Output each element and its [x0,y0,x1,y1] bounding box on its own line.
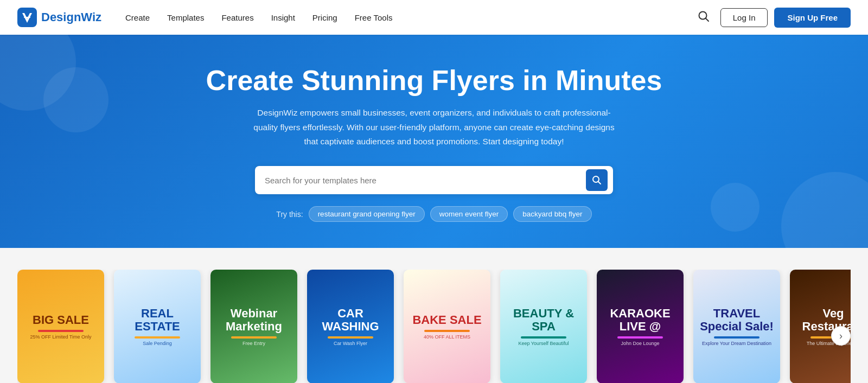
search-submit-icon [592,175,602,185]
flyer-title-marketing: Webinar Marketing [216,307,292,333]
flyer-subtitle-travel: Explore Your Dream Destination [702,341,771,346]
flyer-inner-realestate: REAL ESTATESale Pending [114,270,201,383]
hero-deco-3 [781,172,868,248]
templates-scroll: BIG SALE25% OFF Limited Time OnlySales F… [17,270,851,383]
flyer-accent-travel [714,336,760,339]
hero-deco-2 [43,67,108,132]
flyer-accent-bake [424,330,470,332]
flyer-inner-carwash: CAR WASHINGCar Wash Flyer [307,270,394,383]
try-chip-1[interactable]: restaurant grand opening flyer [309,206,425,222]
flyer-accent-realestate [135,336,180,339]
flyer-subtitle-bake: 40% OFF ALL ITEMS [424,334,470,340]
flyer-inner-marketing: Webinar MarketingFree Entry [210,270,297,383]
navbar-left: DesignWiz Create Templates Features Insi… [17,8,399,27]
nav-templates[interactable]: Templates [161,9,210,27]
svg-line-2 [705,18,709,21]
flyer-inner-spa: BEAUTY & SPAKeep Yourself Beautiful [500,270,587,383]
flyer-inner-travel: TRAVEL Special Sale!Explore Your Dream D… [693,270,780,383]
try-chip-2[interactable]: women event flyer [430,206,508,222]
search-bar [255,166,613,194]
signup-button[interactable]: Sign Up Free [774,8,851,28]
flyer-subtitle-spa: Keep Yourself Beautiful [518,341,569,346]
template-thumb-sales: BIG SALE25% OFF Limited Time Only [17,270,104,383]
nav-pricing[interactable]: Pricing [306,9,344,27]
try-this-label: Try this: [276,210,303,219]
search-submit-button[interactable] [586,169,608,191]
template-thumb-bake: BAKE SALE40% OFF ALL ITEMS [404,270,490,383]
flyer-accent-concert [617,336,663,339]
flyer-title-realestate: REAL ESTATE [119,307,195,333]
template-thumb-realestate: REAL ESTATESale Pending [114,270,201,383]
flyer-inner-bake: BAKE SALE40% OFF ALL ITEMS [404,270,490,383]
flyer-title-sales: BIG SALE [33,314,89,327]
brand-name: DesignWiz [41,10,101,24]
flyer-subtitle-realestate: Sale Pending [143,341,172,346]
flyer-subtitle-carwash: Car Wash Flyer [334,341,367,346]
template-card-sales[interactable]: BIG SALE25% OFF Limited Time OnlySales F… [17,270,104,383]
flyer-accent-marketing [231,336,277,339]
flyer-inner-concert: KARAOKE LIVE @John Doe Lounge [597,270,684,383]
template-thumb-spa: BEAUTY & SPAKeep Yourself Beautiful [500,270,587,383]
template-thumb-carwash: CAR WASHINGCar Wash Flyer [307,270,394,383]
template-thumb-concert: KARAOKE LIVE @John Doe Lounge [597,270,684,383]
template-card-realestate[interactable]: REAL ESTATESale PendingReal Estate Flyer [114,270,201,383]
search-input[interactable] [265,176,586,185]
flyer-subtitle-marketing: Free Entry [242,341,265,346]
scroll-right-arrow[interactable]: › [831,326,851,346]
svg-line-4 [598,182,601,184]
nav-free-tools[interactable]: Free Tools [348,9,399,27]
hero-subtitle: DesignWiz empowers small businesses, eve… [250,106,618,149]
flyer-subtitle-sales: 25% OFF Limited Time Only [30,334,91,340]
flyer-title-travel: TRAVEL Special Sale! [699,307,775,333]
template-thumb-marketing: Webinar MarketingFree Entry [210,270,297,383]
nav-create[interactable]: Create [119,9,156,27]
flyer-accent-carwash [328,336,373,339]
logo[interactable]: DesignWiz [17,8,101,27]
flyer-subtitle-concert: John Doe Lounge [621,341,659,346]
nav-features[interactable]: Features [215,9,260,27]
flyer-title-spa: BEAUTY & SPA [506,307,582,333]
template-card-spa[interactable]: BEAUTY & SPAKeep Yourself BeautifulSpa F… [500,270,587,383]
nav-links: Create Templates Features Insight Pricin… [119,9,399,27]
hero-section: Create Stunning Flyers in Minutes Design… [0,35,868,248]
template-card-concert[interactable]: KARAOKE LIVE @John Doe LoungeConcert Fly… [597,270,684,383]
logo-icon [17,8,37,27]
templates-section: BIG SALE25% OFF Limited Time OnlySales F… [0,248,868,383]
flyer-inner-sales: BIG SALE25% OFF Limited Time Only [17,270,104,383]
template-thumb-travel: TRAVEL Special Sale!Explore Your Dream D… [693,270,780,383]
flyer-title-concert: KARAOKE LIVE @ [602,307,678,333]
flyer-title-bake: BAKE SALE [412,314,481,327]
flyer-accent-spa [521,336,566,339]
flyer-accent-sales [38,330,84,332]
login-button[interactable]: Log In [720,8,768,27]
templates-row-wrap: BIG SALE25% OFF Limited Time OnlySales F… [17,270,851,383]
template-card-travel[interactable]: TRAVEL Special Sale!Explore Your Dream D… [693,270,780,383]
hero-deco-4 [711,183,760,232]
template-card-carwash[interactable]: CAR WASHINGCar Wash FlyerCar Wash Flyer [307,270,394,383]
flyer-title-carwash: CAR WASHING [312,307,388,333]
search-icon-button[interactable] [693,6,714,29]
template-card-bake[interactable]: BAKE SALE40% OFF ALL ITEMSBake Sale Flye… [404,270,490,383]
navbar-right: Log In Sign Up Free [693,6,851,29]
nav-insight[interactable]: Insight [265,9,302,27]
navbar: DesignWiz Create Templates Features Insi… [0,0,868,35]
template-card-marketing[interactable]: Webinar MarketingFree EntryMarketing Fly… [210,270,297,383]
hero-title: Create Stunning Flyers in Minutes [17,65,851,96]
search-icon [698,10,710,22]
try-chip-3[interactable]: backyard bbq flyer [513,206,591,222]
